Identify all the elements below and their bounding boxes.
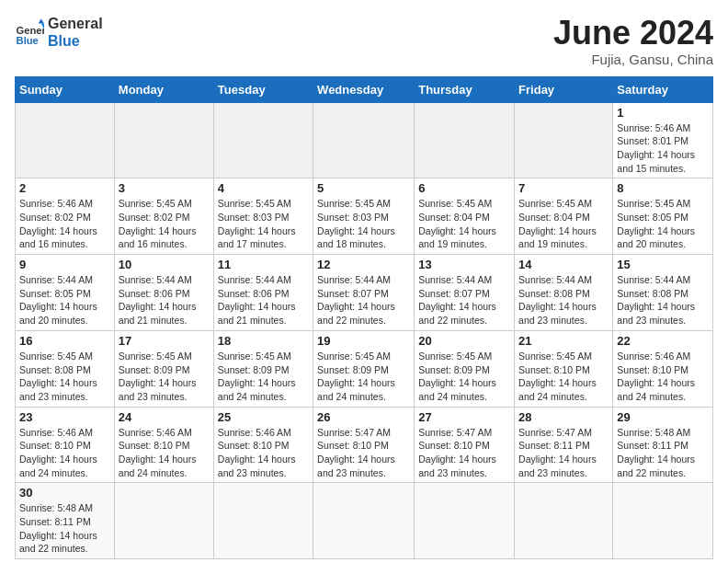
calendar-cell: 19Sunrise: 5:45 AMSunset: 8:09 PMDayligh… bbox=[313, 330, 415, 407]
calendar-cell: 27Sunrise: 5:47 AMSunset: 8:10 PMDayligh… bbox=[415, 407, 515, 483]
calendar-cell: 15Sunrise: 5:44 AMSunset: 8:08 PMDayligh… bbox=[613, 255, 713, 331]
day-number: 23 bbox=[19, 410, 110, 424]
calendar-table: SundayMondayTuesdayWednesdayThursdayFrid… bbox=[15, 76, 713, 560]
calendar-cell bbox=[313, 102, 415, 178]
day-info: Sunrise: 5:45 AMSunset: 8:05 PMDaylight:… bbox=[617, 197, 709, 251]
day-info: Sunrise: 5:45 AMSunset: 8:09 PMDaylight:… bbox=[218, 350, 309, 404]
day-number: 25 bbox=[218, 410, 309, 424]
day-info: Sunrise: 5:45 AMSunset: 8:02 PMDaylight:… bbox=[119, 197, 210, 251]
calendar-cell: 10Sunrise: 5:44 AMSunset: 8:06 PMDayligh… bbox=[114, 255, 213, 331]
day-number: 1 bbox=[617, 106, 709, 120]
calendar-cell: 24Sunrise: 5:46 AMSunset: 8:10 PMDayligh… bbox=[114, 407, 213, 483]
day-info: Sunrise: 5:45 AMSunset: 8:10 PMDaylight:… bbox=[518, 350, 609, 404]
weekday-header-monday: Monday bbox=[114, 76, 213, 102]
calendar-cell: 25Sunrise: 5:46 AMSunset: 8:10 PMDayligh… bbox=[213, 407, 313, 483]
day-number: 24 bbox=[119, 410, 210, 424]
day-info: Sunrise: 5:45 AMSunset: 8:04 PMDaylight:… bbox=[418, 197, 510, 251]
calendar-cell: 16Sunrise: 5:45 AMSunset: 8:08 PMDayligh… bbox=[16, 330, 115, 407]
calendar-cell bbox=[515, 102, 613, 178]
day-info: Sunrise: 5:48 AMSunset: 8:11 PMDaylight:… bbox=[19, 501, 110, 556]
day-info: Sunrise: 5:45 AMSunset: 8:03 PMDaylight:… bbox=[218, 197, 309, 251]
weekday-header-saturday: Saturday bbox=[613, 76, 713, 102]
calendar-cell bbox=[415, 483, 515, 559]
day-number: 30 bbox=[19, 486, 110, 500]
calendar-cell bbox=[16, 102, 115, 178]
day-info: Sunrise: 5:46 AMSunset: 8:10 PMDaylight:… bbox=[218, 426, 309, 480]
day-number: 6 bbox=[418, 181, 510, 195]
day-number: 19 bbox=[317, 334, 410, 348]
calendar-week-6: 30Sunrise: 5:48 AMSunset: 8:11 PMDayligh… bbox=[16, 483, 713, 559]
day-number: 2 bbox=[19, 181, 110, 195]
page-header: General Blue General Blue June 2024 Fuji… bbox=[15, 15, 713, 67]
calendar-cell: 3Sunrise: 5:45 AMSunset: 8:02 PMDaylight… bbox=[114, 178, 213, 255]
calendar-cell: 18Sunrise: 5:45 AMSunset: 8:09 PMDayligh… bbox=[213, 330, 313, 407]
calendar-week-1: 1Sunrise: 5:46 AMSunset: 8:01 PMDaylight… bbox=[16, 102, 713, 178]
calendar-cell: 22Sunrise: 5:46 AMSunset: 8:10 PMDayligh… bbox=[613, 330, 713, 407]
day-number: 4 bbox=[218, 181, 309, 195]
day-info: Sunrise: 5:45 AMSunset: 8:04 PMDaylight:… bbox=[518, 197, 609, 251]
title-block: June 2024 Fujia, Gansu, China bbox=[553, 15, 713, 67]
calendar-week-5: 23Sunrise: 5:46 AMSunset: 8:10 PMDayligh… bbox=[16, 407, 713, 483]
calendar-cell: 23Sunrise: 5:46 AMSunset: 8:10 PMDayligh… bbox=[16, 407, 115, 483]
svg-marker-2 bbox=[39, 19, 44, 24]
calendar-cell: 30Sunrise: 5:48 AMSunset: 8:11 PMDayligh… bbox=[16, 483, 115, 559]
svg-text:General: General bbox=[17, 25, 44, 36]
weekday-header-friday: Friday bbox=[515, 76, 613, 102]
calendar-cell: 12Sunrise: 5:44 AMSunset: 8:07 PMDayligh… bbox=[313, 255, 415, 331]
calendar-cell: 1Sunrise: 5:46 AMSunset: 8:01 PMDaylight… bbox=[613, 102, 713, 178]
day-number: 7 bbox=[518, 181, 609, 195]
location: Fujia, Gansu, China bbox=[553, 52, 713, 67]
day-number: 11 bbox=[218, 258, 309, 271]
calendar-cell: 13Sunrise: 5:44 AMSunset: 8:07 PMDayligh… bbox=[415, 255, 515, 331]
calendar-cell bbox=[415, 102, 515, 178]
calendar-cell: 2Sunrise: 5:46 AMSunset: 8:02 PMDaylight… bbox=[16, 178, 115, 255]
weekday-header-thursday: Thursday bbox=[415, 76, 515, 102]
weekday-header-tuesday: Tuesday bbox=[213, 76, 313, 102]
day-number: 26 bbox=[317, 410, 410, 424]
calendar-cell bbox=[114, 483, 213, 559]
logo: General Blue General Blue bbox=[15, 15, 103, 50]
calendar-cell bbox=[613, 483, 713, 559]
day-number: 10 bbox=[119, 258, 210, 271]
calendar-cell bbox=[313, 483, 415, 559]
logo-icon: General Blue bbox=[15, 17, 44, 47]
day-number: 21 bbox=[518, 334, 609, 348]
day-info: Sunrise: 5:45 AMSunset: 8:08 PMDaylight:… bbox=[19, 350, 110, 404]
day-info: Sunrise: 5:44 AMSunset: 8:07 PMDaylight:… bbox=[418, 273, 510, 327]
day-number: 22 bbox=[617, 334, 709, 348]
day-number: 14 bbox=[518, 258, 609, 271]
day-number: 16 bbox=[19, 334, 110, 348]
day-info: Sunrise: 5:47 AMSunset: 8:10 PMDaylight:… bbox=[317, 426, 410, 480]
day-info: Sunrise: 5:45 AMSunset: 8:09 PMDaylight:… bbox=[418, 350, 510, 404]
weekday-header-wednesday: Wednesday bbox=[313, 76, 415, 102]
day-info: Sunrise: 5:46 AMSunset: 8:02 PMDaylight:… bbox=[19, 197, 110, 251]
day-info: Sunrise: 5:48 AMSunset: 8:11 PMDaylight:… bbox=[617, 426, 709, 480]
day-info: Sunrise: 5:44 AMSunset: 8:08 PMDaylight:… bbox=[518, 273, 609, 327]
day-info: Sunrise: 5:46 AMSunset: 8:01 PMDaylight:… bbox=[617, 121, 709, 176]
month-title: June 2024 bbox=[553, 15, 713, 52]
day-number: 12 bbox=[317, 258, 410, 271]
day-number: 20 bbox=[418, 334, 510, 348]
calendar-cell: 17Sunrise: 5:45 AMSunset: 8:09 PMDayligh… bbox=[114, 330, 213, 407]
calendar-cell: 9Sunrise: 5:44 AMSunset: 8:05 PMDaylight… bbox=[16, 255, 115, 331]
calendar-cell bbox=[213, 102, 313, 178]
calendar-cell: 21Sunrise: 5:45 AMSunset: 8:10 PMDayligh… bbox=[515, 330, 613, 407]
day-number: 3 bbox=[119, 181, 210, 195]
day-info: Sunrise: 5:47 AMSunset: 8:10 PMDaylight:… bbox=[418, 426, 510, 480]
day-info: Sunrise: 5:46 AMSunset: 8:10 PMDaylight:… bbox=[119, 426, 210, 480]
calendar-cell: 28Sunrise: 5:47 AMSunset: 8:11 PMDayligh… bbox=[515, 407, 613, 483]
calendar-week-4: 16Sunrise: 5:45 AMSunset: 8:08 PMDayligh… bbox=[16, 330, 713, 407]
day-info: Sunrise: 5:45 AMSunset: 8:09 PMDaylight:… bbox=[317, 350, 410, 404]
day-number: 29 bbox=[617, 410, 709, 424]
day-number: 15 bbox=[617, 258, 709, 271]
calendar-cell: 29Sunrise: 5:48 AMSunset: 8:11 PMDayligh… bbox=[613, 407, 713, 483]
day-number: 8 bbox=[617, 181, 709, 195]
calendar-cell bbox=[515, 483, 613, 559]
day-number: 9 bbox=[19, 258, 110, 271]
day-info: Sunrise: 5:46 AMSunset: 8:10 PMDaylight:… bbox=[19, 426, 110, 480]
day-info: Sunrise: 5:44 AMSunset: 8:05 PMDaylight:… bbox=[19, 273, 110, 327]
calendar-cell: 14Sunrise: 5:44 AMSunset: 8:08 PMDayligh… bbox=[515, 255, 613, 331]
calendar-cell: 8Sunrise: 5:45 AMSunset: 8:05 PMDaylight… bbox=[613, 178, 713, 255]
day-info: Sunrise: 5:47 AMSunset: 8:11 PMDaylight:… bbox=[518, 426, 609, 480]
calendar-cell: 5Sunrise: 5:45 AMSunset: 8:03 PMDaylight… bbox=[313, 178, 415, 255]
